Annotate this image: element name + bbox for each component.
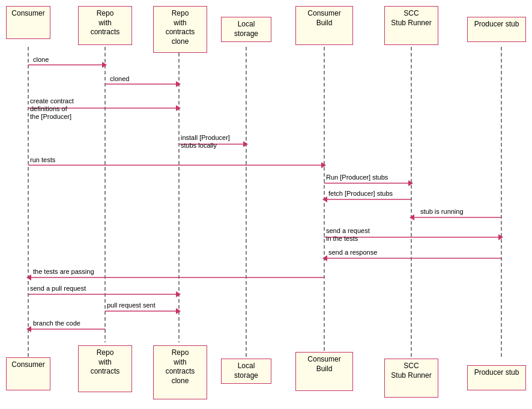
svg-text:create contract: create contract [30,97,74,105]
svg-text:fetch [Producer] stubs: fetch [Producer] stubs [328,190,393,197]
svg-text:clone: clone [33,56,49,63]
actor-repo-contracts-top: Repowithcontracts [78,6,132,45]
actor-producer-stub-bottom: Producer stub [467,365,526,390]
svg-text:definitions of: definitions of [30,105,68,112]
actor-producer-stub-top: Producer stub [467,17,526,42]
actor-scc-stub-runner-bottom: SCCStub Runner [384,359,438,398]
svg-text:stub is running: stub is running [420,208,464,215]
svg-marker-45 [176,291,181,297]
actor-consumer-top: Consumer [6,6,50,39]
svg-marker-26 [408,180,413,186]
actor-repo-clone-bottom: Repowithcontractsclone [153,345,207,399]
svg-text:branch the code: branch the code [33,320,80,327]
actor-local-storage-bottom: Local storage [221,359,271,384]
svg-marker-14 [176,105,181,111]
svg-text:pull request sent: pull request sent [107,301,156,309]
svg-text:stubs locally: stubs locally [181,142,217,149]
svg-text:the tests are passing: the tests are passing [33,268,94,275]
svg-marker-23 [321,162,326,168]
actor-local-storage-top: Local storage [221,17,271,42]
svg-text:send a response: send a response [328,249,377,256]
actor-consumer-bottom: Consumer [6,357,50,390]
actor-consumer-build-top: ConsumerBuild [295,6,353,45]
svg-marker-19 [243,141,248,147]
diagram-container: clone cloned create contract definitions… [0,0,532,409]
svg-marker-32 [410,214,414,220]
svg-text:Run [Producer] stubs: Run [Producer] stubs [326,174,388,181]
svg-text:install [Producer]: install [Producer] [181,134,230,141]
actor-repo-clone-top: Repowithcontractsclone [153,6,207,53]
svg-marker-48 [176,308,181,314]
actor-repo-contracts-bottom: Repowithcontracts [78,345,132,392]
svg-marker-39 [322,255,327,261]
svg-marker-8 [102,62,107,68]
svg-text:cloned: cloned [110,75,129,82]
svg-marker-51 [26,326,31,332]
actor-consumer-build-bottom: ConsumerBuild [295,352,353,391]
svg-marker-29 [322,196,327,202]
svg-text:in the tests: in the tests [326,235,358,242]
svg-text:the [Producer]: the [Producer] [30,113,71,120]
svg-marker-11 [176,81,181,87]
svg-text:run tests: run tests [30,156,56,163]
svg-text:send a request: send a request [326,227,370,234]
svg-marker-42 [26,274,31,280]
svg-text:send a pull request: send a pull request [30,285,86,292]
svg-marker-35 [498,234,503,240]
actor-scc-stub-runner-top: SCCStub Runner [384,6,438,45]
